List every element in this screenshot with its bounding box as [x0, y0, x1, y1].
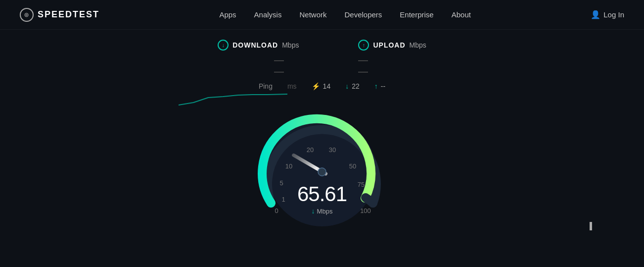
nav-item-enterprise[interactable]: Enterprise: [400, 10, 433, 19]
speed-unit-text: Mbps: [317, 208, 333, 215]
logo: ◎ SPEEDTEST: [20, 8, 99, 22]
navbar: ◎ SPEEDTEST Apps Analysis Network Develo…: [0, 0, 644, 30]
svg-text:50: 50: [349, 162, 356, 170]
upload-unit: Mbps: [410, 41, 426, 49]
svg-text:100: 100: [360, 207, 371, 214]
svg-text:30: 30: [329, 146, 336, 154]
download-stat: ↓ 22: [345, 82, 360, 90]
upload-label: ↑ UPLOAD Mbps: [358, 40, 426, 51]
svg-text:20: 20: [307, 146, 314, 154]
logo-icon: ◎: [20, 8, 34, 22]
nav-item-developers[interactable]: Developers: [344, 10, 382, 19]
main-content: ↓ DOWNLOAD Mbps ↑ UPLOAD Mbps — — — — Pi…: [0, 30, 644, 229]
gauge: 0 1 5 10 20 30 50 75 100: [243, 90, 401, 229]
speed-unit-row: ↓ Mbps: [297, 207, 347, 215]
svg-text:0: 0: [275, 207, 278, 214]
jitter-stat: ⚡ 14: [312, 82, 331, 90]
upload-icon: ↑: [358, 40, 369, 51]
download-label: ↓ DOWNLOAD Mbps: [218, 40, 299, 51]
svg-text:75: 75: [358, 181, 365, 188]
speed-value: 65.61: [297, 182, 347, 206]
jitter-value: 14: [323, 82, 331, 90]
speed-dashes: — — — —: [268, 54, 376, 77]
svg-text:10: 10: [285, 162, 292, 170]
svg-text:1: 1: [281, 196, 285, 203]
download-icon: ↓: [218, 40, 229, 51]
upload-text: UPLOAD: [373, 41, 405, 49]
upload-stat-value: --: [381, 82, 385, 90]
nav-item-network[interactable]: Network: [299, 10, 326, 19]
nav-item-about[interactable]: About: [452, 10, 471, 19]
nav-item-analysis[interactable]: Analysis: [254, 10, 282, 19]
download-text: DOWNLOAD: [232, 41, 278, 49]
nav-links: Apps Analysis Network Developers Enterpr…: [219, 10, 471, 19]
speed-labels: ↓ DOWNLOAD Mbps ↑ UPLOAD Mbps: [218, 40, 426, 51]
user-icon: 👤: [591, 10, 600, 19]
jitter-icon: ⚡: [312, 82, 320, 90]
svg-text:5: 5: [279, 179, 283, 187]
login-button[interactable]: 👤 Log In: [591, 10, 624, 19]
upload-dash: — —: [352, 54, 376, 77]
upload-stat: ↑ --: [374, 82, 385, 90]
cursor-indicator: ▌: [590, 222, 595, 230]
speed-value-container: 65.61 ↓ Mbps: [297, 182, 347, 215]
upload-stat-icon: ↑: [374, 82, 378, 90]
nav-item-apps[interactable]: Apps: [219, 10, 236, 19]
speed-unit-icon: ↓: [312, 207, 315, 215]
login-label: Log In: [603, 10, 624, 19]
logo-text: SPEEDTEST: [38, 9, 99, 20]
download-stat-value: 22: [352, 82, 360, 90]
download-dash: — —: [268, 54, 292, 77]
download-stat-icon: ↓: [345, 82, 349, 90]
download-unit: Mbps: [282, 41, 299, 49]
ping-unit: ms: [287, 82, 297, 90]
